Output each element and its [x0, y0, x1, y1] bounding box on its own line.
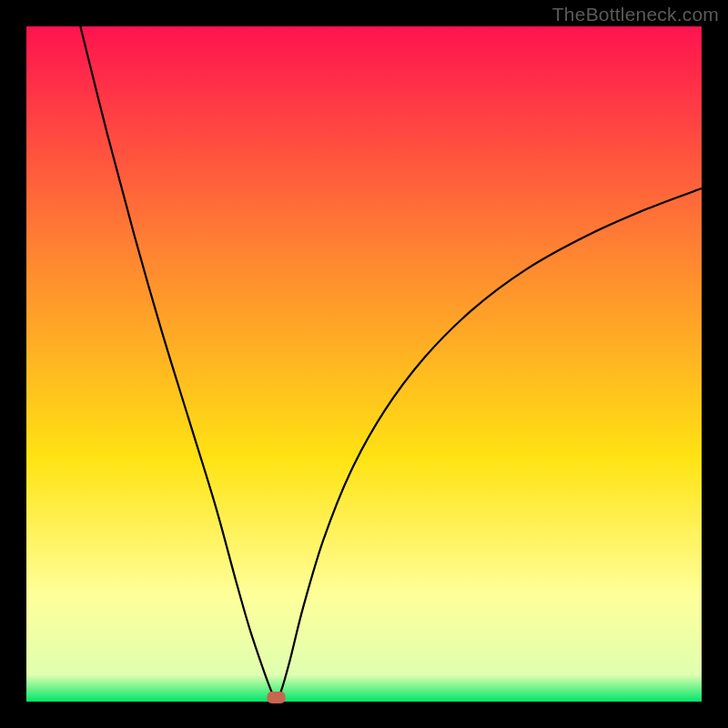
minimum-marker — [268, 692, 286, 703]
frame-left — [0, 0, 26, 728]
watermark-text: TheBottleneck.com — [552, 4, 719, 25]
chart-canvas — [0, 0, 728, 728]
frame-bottom — [0, 702, 728, 728]
plot-background — [26, 26, 702, 702]
frame-right — [702, 0, 728, 728]
chart-svg — [0, 0, 728, 728]
